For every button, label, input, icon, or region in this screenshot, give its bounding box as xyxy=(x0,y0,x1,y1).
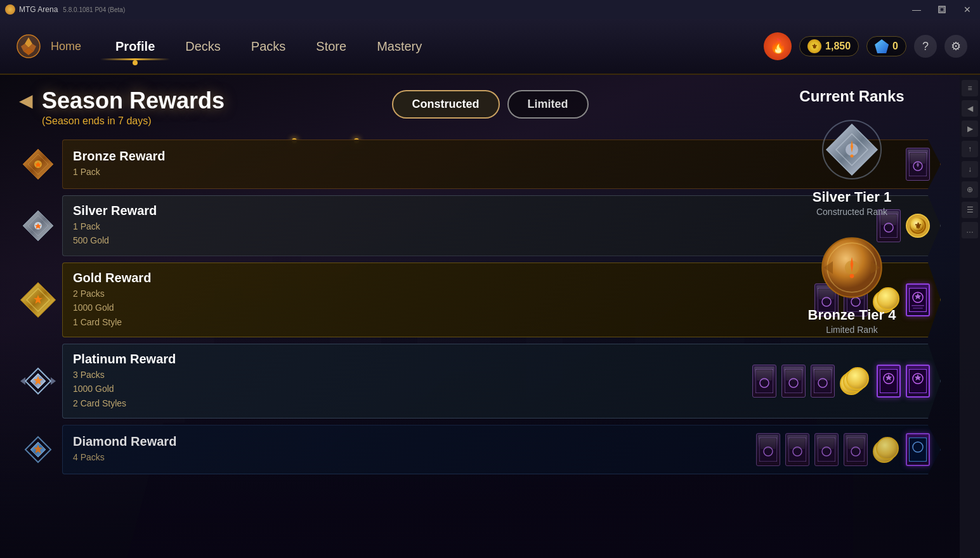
silver-rank-name: Silver Tier 1 xyxy=(813,189,891,205)
platinum-reward-title: Platinum Reward xyxy=(73,352,740,367)
nav-item-packs[interactable]: Packs xyxy=(236,34,301,59)
close-button[interactable]: ✕ xyxy=(955,0,980,19)
nav-items: Profile Decks Packs Store Mastery xyxy=(100,34,764,59)
gold-reward-title: Gold Reward xyxy=(73,271,802,285)
bronze-reward-title: Bronze Reward xyxy=(73,149,893,164)
bronze-rank-type: Limited Rank xyxy=(826,325,878,335)
nav-item-store[interactable]: Store xyxy=(301,34,362,59)
nav-item-mastery[interactable]: Mastery xyxy=(362,34,437,59)
diamond-reward-text: Diamond Reward 4 Packs xyxy=(73,434,743,464)
bronze-rank-icon xyxy=(19,145,57,183)
dia-coins xyxy=(873,436,901,463)
platinum-reward-items xyxy=(752,365,930,398)
svg-rect-65 xyxy=(909,438,927,462)
dia-pack-3 xyxy=(814,433,839,466)
plat-coins-stack xyxy=(840,367,872,395)
silver-rank-type: Constructed Rank xyxy=(816,207,887,217)
svg-point-77 xyxy=(850,274,854,278)
limited-rank-display: Bronze Tier 4 Limited Rank xyxy=(782,236,922,335)
main-content: Constructed Limited ◀ Season Rewards (Se… xyxy=(0,75,980,558)
svg-rect-57 xyxy=(790,439,805,449)
app-version: 5.8.0.1081 P04 (Beta) xyxy=(63,6,125,13)
gem-amount: 0 xyxy=(892,41,898,52)
app-logo[interactable] xyxy=(13,30,44,62)
svg-rect-63 xyxy=(848,439,863,449)
current-ranks-title: Current Ranks xyxy=(782,88,922,105)
plat-pack-2 xyxy=(781,365,806,398)
bronze-reward-text: Bronze Reward 1 Pack xyxy=(73,149,893,179)
svg-rect-56 xyxy=(788,438,806,462)
dia-card-style-1 xyxy=(906,433,930,466)
sidebar-right: ≡ ◀ ▶ ↑ ↓ ⊕ ☰ … xyxy=(960,75,980,558)
window-controls: — ✕ xyxy=(904,0,980,19)
diamond-reward-card[interactable]: Diamond Reward 4 Packs xyxy=(62,425,941,474)
gem-icon xyxy=(875,39,889,53)
plat-pack-1 xyxy=(752,365,776,398)
bronze-rank-badge-large xyxy=(820,236,884,299)
svg-rect-46 xyxy=(880,369,898,393)
gold-coin-icon: ⚜ xyxy=(807,39,821,53)
plat-card-style-2 xyxy=(906,365,930,398)
svg-rect-1 xyxy=(940,8,944,11)
bronze-rank-name: Bronze Tier 4 xyxy=(808,307,896,323)
diamond-reward-row: Diamond Reward 4 Packs xyxy=(19,425,941,474)
sidebar-btn-3[interactable]: ▶ xyxy=(962,120,978,137)
settings-button[interactable]: ⚙ xyxy=(944,35,967,58)
silver-reward-title: Silver Reward xyxy=(73,204,864,218)
svg-rect-48 xyxy=(909,369,927,393)
svg-rect-38 xyxy=(757,370,772,380)
fire-icon[interactable]: 🔥 xyxy=(764,32,792,60)
svg-rect-60 xyxy=(819,439,834,449)
constructed-rank-display: Silver Tier 1 Constructed Rank xyxy=(782,118,922,217)
silver-reward-text: Silver Reward 1 Pack 500 Gold xyxy=(73,204,864,248)
content-area: ◀ Season Rewards (Season ends in 7 days) xyxy=(0,75,960,558)
silver-rank-badge-large xyxy=(820,118,884,181)
sidebar-btn-7[interactable]: ☰ xyxy=(962,202,978,218)
svg-rect-59 xyxy=(818,438,835,462)
diamond-reward-details: 4 Packs xyxy=(73,450,743,464)
svg-rect-37 xyxy=(755,369,773,393)
titlebar: MTG Arena 5.8.0.1081 P04 (Beta) — ✕ xyxy=(0,0,980,19)
sidebar-btn-1[interactable]: ≡ xyxy=(962,80,978,96)
svg-rect-44 xyxy=(815,370,830,380)
plat-pack-3 xyxy=(811,365,835,398)
gold-reward-details: 2 Packs 1000 Gold 1 Card Style xyxy=(73,287,802,329)
svg-rect-40 xyxy=(785,369,802,393)
silver-rank-icon xyxy=(19,207,57,245)
plat-card-style-1 xyxy=(877,365,901,398)
dia-pack-2 xyxy=(785,433,809,466)
back-button[interactable]: ◀ xyxy=(19,90,33,111)
page-title-block: Season Rewards (Season ends in 7 days) xyxy=(42,88,225,127)
svg-rect-54 xyxy=(761,439,776,449)
nav-item-decks[interactable]: Decks xyxy=(170,34,236,59)
maximize-button[interactable] xyxy=(929,0,955,19)
sidebar-btn-6[interactable]: ⊕ xyxy=(962,181,978,198)
diamond-reward-items xyxy=(756,433,930,466)
current-ranks-panel: Current Ranks xyxy=(782,88,922,354)
sidebar-btn-2[interactable]: ◀ xyxy=(962,100,978,117)
svg-rect-41 xyxy=(786,370,801,380)
app-title-text: MTG Arena xyxy=(19,5,58,14)
dia-pack-1 xyxy=(756,433,780,466)
bronze-reward-details: 1 Pack xyxy=(73,165,893,179)
gold-rank-icon xyxy=(19,281,57,319)
sidebar-btn-4[interactable]: ↑ xyxy=(962,141,978,157)
platinum-reward-card[interactable]: Platinum Reward 3 Packs 1000 Gold 2 Card… xyxy=(62,344,941,418)
dia-pack-4 xyxy=(844,433,868,466)
platinum-reward-text: Platinum Reward 3 Packs 1000 Gold 2 Card… xyxy=(73,352,740,410)
diamond-reward-title: Diamond Reward xyxy=(73,434,743,449)
navbar: Home Profile Decks Packs Store Mastery 🔥… xyxy=(0,19,980,75)
page-title: Season Rewards xyxy=(42,88,225,114)
minimize-button[interactable]: — xyxy=(904,0,929,19)
platinum-rank-icon xyxy=(19,362,57,400)
nav-right: 🔥 ⚜ 1,850 0 ? ⚙ xyxy=(764,32,967,60)
svg-point-72 xyxy=(851,155,854,158)
page-subtitle: (Season ends in 7 days) xyxy=(42,115,225,127)
nav-home[interactable]: Home xyxy=(51,40,81,53)
sidebar-btn-8[interactable]: … xyxy=(962,222,978,238)
help-button[interactable]: ? xyxy=(914,35,937,58)
gold-currency-badge[interactable]: ⚜ 1,850 xyxy=(799,36,859,56)
sidebar-btn-5[interactable]: ↓ xyxy=(962,161,978,178)
nav-item-profile[interactable]: Profile xyxy=(100,34,170,59)
gem-currency-badge[interactable]: 0 xyxy=(866,36,906,56)
